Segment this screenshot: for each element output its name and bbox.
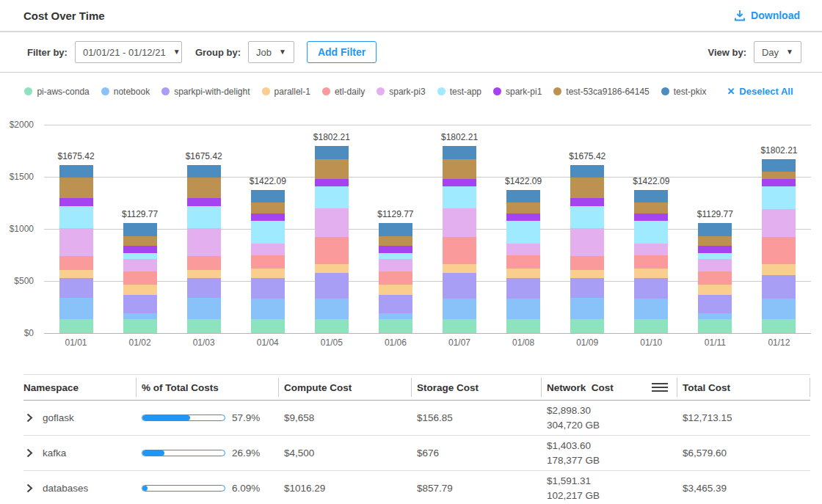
bar-segment-test-pkix[interactable] [379,223,412,235]
bar-segment-etl-daily[interactable] [123,271,157,285]
bar-segment-parallel-1[interactable] [123,285,157,295]
stacked-bar-01/01[interactable] [59,165,93,333]
legend-item-sparkpi-with-delight[interactable]: sparkpi-with-delight [161,87,250,97]
stacked-bar-01/02[interactable] [123,223,157,333]
bar-segment-test-app[interactable] [762,186,796,209]
menu-icon[interactable] [652,382,668,392]
expand-row-icon[interactable] [26,448,33,458]
column-header-percent-of-total-costs[interactable]: % of Total Costs [136,375,278,400]
bar-segment-etl-daily[interactable] [762,237,796,264]
table-row-databases[interactable]: databases6.09%$1016.29$857.79$1,591.3110… [23,471,810,504]
bar-segment-parallel-1[interactable] [634,269,668,277]
bar-segment-test-53ca9186-64145[interactable] [762,172,796,179]
bar-segment-test-pkix[interactable] [315,146,349,159]
group-by-select[interactable]: Job ▼ [248,41,294,63]
download-button[interactable]: Download [730,9,804,22]
bar-segment-spark-pi3[interactable] [443,208,476,236]
bar-segment-spark-pi3[interactable] [251,244,285,255]
bar-segment-parallel-1[interactable] [506,269,540,277]
bar-segment-parallel-1[interactable] [187,270,221,279]
column-header-network-cost[interactable]: Network Cost [541,375,677,400]
bar-segment-sparkpi-with-delight[interactable] [506,278,540,299]
bar-segment-pi-aws-conda[interactable] [59,319,93,333]
table-row-kafka[interactable]: kafka26.9%$4,500$676$1,403.60178,377 GB$… [23,436,810,471]
bar-segment-etl-daily[interactable] [187,256,221,269]
bar-segment-notebook[interactable] [59,298,93,319]
bar-segment-spark-pi1[interactable] [379,246,412,253]
bar-segment-spark-pi3[interactable] [123,259,157,271]
bar-segment-notebook[interactable] [506,299,540,320]
bar-segment-pi-aws-conda[interactable] [251,319,285,333]
legend-item-parallel-1[interactable]: parallel-1 [262,87,310,97]
bar-segment-notebook[interactable] [570,298,604,319]
bar-segment-sparkpi-with-delight[interactable] [634,278,668,299]
bar-segment-test-app[interactable] [570,206,604,228]
bar-segment-sparkpi-with-delight[interactable] [251,278,285,299]
bar-segment-test-app[interactable] [59,206,93,228]
column-header-total-cost[interactable]: Total Cost [677,375,810,400]
bar-segment-test-53ca9186-64145[interactable] [59,178,93,198]
bar-segment-spark-pi3[interactable] [570,228,604,257]
bar-segment-parallel-1[interactable] [59,270,93,279]
bar-segment-pi-aws-conda[interactable] [634,319,668,333]
bar-segment-sparkpi-with-delight[interactable] [443,273,476,298]
bar-segment-spark-pi3[interactable] [379,259,412,271]
bar-segment-test-53ca9186-64145[interactable] [443,159,476,179]
bar-segment-parallel-1[interactable] [762,264,796,275]
legend-item-test-53ca9186-64145[interactable]: test-53ca9186-64145 [553,87,649,97]
bar-segment-sparkpi-with-delight[interactable] [762,275,796,299]
stacked-bar-01/11[interactable] [698,223,732,333]
bar-segment-test-pkix[interactable] [634,190,668,202]
bar-segment-pi-aws-conda[interactable] [570,319,604,333]
expand-row-icon[interactable] [26,483,33,493]
bar-segment-test-53ca9186-64145[interactable] [570,178,604,198]
bar-segment-test-53ca9186-64145[interactable] [698,236,732,246]
bar-segment-test-app[interactable] [251,221,285,244]
bar-segment-test-app[interactable] [187,206,221,228]
stacked-bar-01/12[interactable] [762,159,796,333]
bar-segment-notebook[interactable] [698,313,732,319]
bar-segment-etl-daily[interactable] [59,256,93,269]
bar-segment-test-pkix[interactable] [698,223,732,235]
bar-segment-etl-daily[interactable] [506,255,540,269]
stacked-bar-01/05[interactable] [315,146,349,333]
bar-segment-spark-pi3[interactable] [59,228,93,257]
bar-segment-test-pkix[interactable] [251,190,285,202]
bar-segment-sparkpi-with-delight[interactable] [123,295,157,313]
bar-segment-test-53ca9186-64145[interactable] [506,202,540,213]
expand-row-icon[interactable] [26,413,33,423]
bar-segment-sparkpi-with-delight[interactable] [187,278,221,298]
bar-segment-spark-pi3[interactable] [506,244,540,255]
bar-segment-pi-aws-conda[interactable] [506,319,540,333]
bar-segment-spark-pi3[interactable] [315,208,349,236]
bar-segment-test-pkix[interactable] [762,159,796,172]
stacked-bar-01/03[interactable] [187,165,221,333]
bar-segment-notebook[interactable] [187,298,221,319]
bar-segment-spark-pi1[interactable] [443,179,476,187]
bar-segment-sparkpi-with-delight[interactable] [570,278,604,298]
bar-segment-notebook[interactable] [315,299,349,319]
bar-segment-spark-pi3[interactable] [698,259,732,271]
bar-segment-parallel-1[interactable] [570,270,604,279]
bar-segment-spark-pi1[interactable] [698,246,732,253]
bar-segment-parallel-1[interactable] [251,269,285,277]
bar-segment-parallel-1[interactable] [698,285,732,295]
date-range-select[interactable]: 01/01/21 - 01/12/21 ▼ [75,41,182,63]
bar-segment-spark-pi1[interactable] [506,213,540,222]
bar-segment-test-app[interactable] [379,253,412,259]
bar-segment-spark-pi3[interactable] [634,244,668,255]
bar-segment-pi-aws-conda[interactable] [443,319,476,333]
bar-segment-spark-pi1[interactable] [251,213,285,222]
column-header-namespace[interactable]: Namespace [23,375,136,400]
bar-segment-etl-daily[interactable] [379,271,412,285]
bar-segment-test-app[interactable] [698,253,732,259]
legend-item-pi-aws-conda[interactable]: pi-aws-conda [24,87,89,97]
bar-segment-test-pkix[interactable] [443,146,476,159]
bar-segment-test-app[interactable] [123,253,157,259]
bar-segment-etl-daily[interactable] [443,237,476,264]
bar-segment-etl-daily[interactable] [315,237,349,264]
bar-segment-sparkpi-with-delight[interactable] [698,295,732,313]
bar-segment-test-53ca9186-64145[interactable] [187,178,221,198]
bar-segment-pi-aws-conda[interactable] [379,319,412,333]
stacked-bar-01/04[interactable] [251,190,285,333]
